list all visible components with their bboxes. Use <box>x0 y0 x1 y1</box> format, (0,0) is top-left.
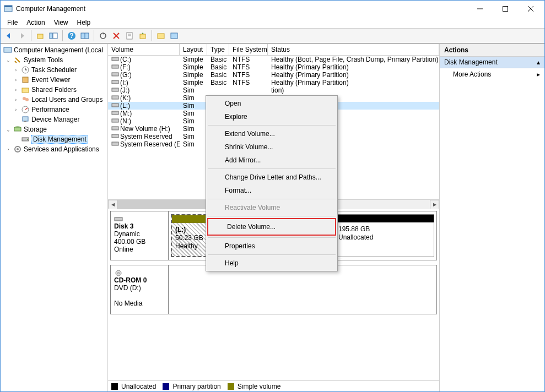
disk-info[interactable]: Disk 3 Dynamic 400.00 GB Online <box>111 211 169 260</box>
tree-shared-folders[interactable]: › Shared Folders <box>2 85 106 95</box>
services-icon <box>13 145 22 154</box>
svg-point-39 <box>17 148 19 150</box>
col-status[interactable]: Status <box>268 44 439 55</box>
volume-icon <box>111 56 119 63</box>
legend-swatch-simple <box>228 383 234 390</box>
close-button[interactable] <box>518 1 543 17</box>
up-button[interactable] <box>34 30 46 42</box>
help-button[interactable]: ? <box>66 30 78 42</box>
cdrom-icon <box>114 269 123 276</box>
back-button[interactable] <box>3 30 15 42</box>
svg-rect-1 <box>4 6 12 7</box>
action-button-2[interactable] <box>168 30 180 42</box>
action-button-1[interactable] <box>155 30 167 42</box>
tree-performance[interactable]: › Performance <box>2 105 106 115</box>
cm-shrink[interactable]: Shrink Volume... <box>207 140 336 154</box>
disk-info[interactable]: CD-ROM 0 DVD (D:) No Media <box>111 265 169 314</box>
cm-separator <box>208 125 336 126</box>
properties-button[interactable] <box>123 30 136 42</box>
tree-system-tools[interactable]: ⌄ System Tools <box>2 55 106 65</box>
expander-icon[interactable]: › <box>5 146 12 153</box>
volume-icon <box>111 117 119 125</box>
menu-help[interactable]: Help <box>73 18 95 28</box>
svg-rect-49 <box>112 127 118 130</box>
table-row[interactable]: (G:)SimpleBasicNTFSHealthy (Primary Part… <box>108 71 439 79</box>
cm-change-letter[interactable]: Change Drive Letter and Paths... <box>207 171 336 184</box>
scroll-left-button[interactable]: ◀ <box>108 200 117 209</box>
disk-row-cdrom[interactable]: CD-ROM 0 DVD (D:) No Media <box>110 265 437 314</box>
partition-unallocated[interactable]: 195.88 GB Unallocated <box>334 214 434 257</box>
volume-icon <box>111 63 119 71</box>
tree-event-viewer[interactable]: › Event Viewer <box>2 75 106 85</box>
table-row[interactable]: (I:)SimpleBasicNTFSHealthy (Primary Part… <box>108 79 439 86</box>
view-button[interactable] <box>79 30 91 42</box>
col-type[interactable]: Type <box>207 44 229 55</box>
table-row[interactable]: (F:)SimpleBasicNTFSHealthy (Primary Part… <box>108 63 439 71</box>
menu-file[interactable]: File <box>3 18 22 28</box>
delete-icon[interactable] <box>110 30 122 42</box>
volume-icon <box>111 125 119 133</box>
svg-rect-45 <box>112 96 118 99</box>
actions-group-label: Disk Management <box>444 58 498 66</box>
forward-button[interactable] <box>16 30 28 42</box>
refresh-button[interactable] <box>97 30 109 42</box>
svg-rect-46 <box>112 104 118 107</box>
expander-icon[interactable]: › <box>13 67 19 73</box>
table-row[interactable]: (J:)Simtion) <box>108 86 439 94</box>
expander-icon[interactable]: › <box>13 77 19 83</box>
tree-local-users[interactable]: › Local Users and Groups <box>2 95 106 105</box>
col-volume[interactable]: Volume <box>108 44 180 55</box>
cm-separator <box>208 216 336 216</box>
minimize-button[interactable] <box>467 1 493 17</box>
folder-share-icon <box>21 85 30 94</box>
cm-separator <box>208 237 336 238</box>
tree-services[interactable]: › Services and Applications <box>2 144 106 154</box>
cm-mirror[interactable]: Add Mirror... <box>207 154 336 167</box>
col-layout[interactable]: Layout <box>180 44 207 55</box>
cm-extend[interactable]: Extend Volume... <box>207 127 336 140</box>
tree-device-manager[interactable]: Device Manager <box>2 115 106 124</box>
tree-pane[interactable]: Computer Management (Local ⌄ System Tool… <box>1 44 108 391</box>
performance-icon <box>21 105 30 114</box>
menu-action[interactable]: Action <box>22 18 49 28</box>
cm-properties[interactable]: Properties <box>207 239 336 253</box>
col-fs[interactable]: File System <box>229 44 268 55</box>
svg-point-54 <box>118 272 120 274</box>
cm-explore[interactable]: Explore <box>207 110 336 123</box>
cm-open[interactable]: Open <box>207 97 336 110</box>
menu-view[interactable]: View <box>50 18 73 28</box>
tree-disk-management[interactable]: Disk Management <box>2 134 106 144</box>
computer-icon <box>3 46 12 55</box>
maximize-button[interactable] <box>493 1 518 17</box>
tree-root-label: Computer Management (Local <box>14 46 103 54</box>
tree-storage[interactable]: ⌄ Storage <box>2 124 106 134</box>
show-hide-tree-button[interactable] <box>47 30 60 42</box>
context-menu[interactable]: Open Explore Extend Volume... Shrink Vol… <box>206 95 338 271</box>
expander-icon[interactable]: ⌄ <box>5 57 12 63</box>
tree-task-scheduler[interactable]: › Task Scheduler <box>2 65 106 75</box>
svg-rect-20 <box>158 34 164 39</box>
cm-delete[interactable]: Delete Volume... <box>209 220 334 233</box>
legend-label: Unallocated <box>121 383 156 390</box>
scroll-right-button[interactable]: ▶ <box>430 200 439 209</box>
actions-more[interactable]: More Actions ▸ <box>440 68 544 80</box>
svg-rect-22 <box>4 47 12 52</box>
expander-icon[interactable]: › <box>13 106 19 113</box>
expander-icon[interactable]: › <box>13 86 19 93</box>
svg-point-29 <box>25 98 29 101</box>
cm-delete-highlight: Delete Volume... <box>207 218 336 236</box>
table-row[interactable]: (C:)SimpleBasicNTFSHealthy (Boot, Page F… <box>108 56 439 63</box>
cm-help[interactable]: Help <box>207 257 336 270</box>
svg-rect-48 <box>112 119 118 122</box>
svg-rect-32 <box>23 117 28 121</box>
settings-button[interactable] <box>137 30 149 42</box>
actions-group[interactable]: Disk Management ▴ <box>440 57 544 68</box>
svg-line-31 <box>25 108 28 110</box>
collapse-icon: ▴ <box>537 58 540 66</box>
expander-icon[interactable]: ⌄ <box>5 126 12 133</box>
svg-point-13 <box>100 33 106 39</box>
cm-format[interactable]: Format... <box>207 184 336 197</box>
expander-icon[interactable]: › <box>13 96 19 103</box>
svg-rect-52 <box>115 217 122 221</box>
tree-root[interactable]: Computer Management (Local <box>2 45 106 55</box>
